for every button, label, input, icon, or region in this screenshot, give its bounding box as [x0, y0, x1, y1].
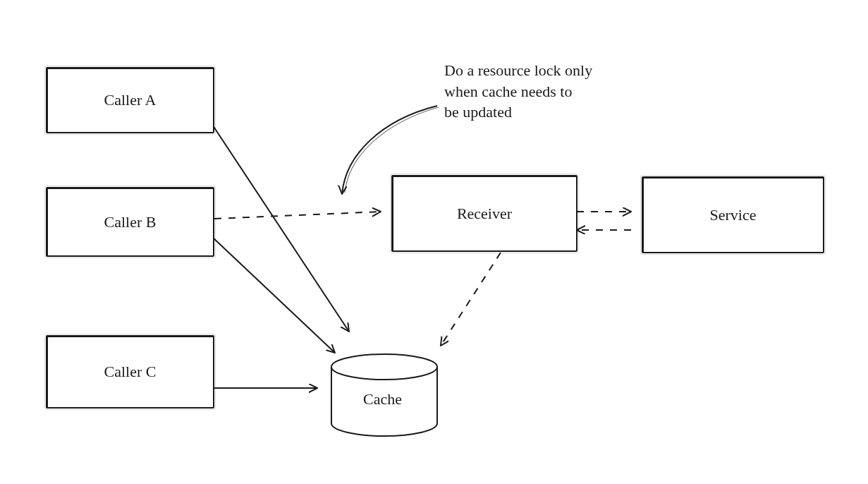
- node-caller-c: Caller C: [46, 335, 214, 409]
- node-service: Service: [642, 176, 824, 253]
- edge-caller-b-to-receiver: [214, 212, 381, 219]
- node-caller-a-label: Caller A: [104, 91, 157, 109]
- node-caller-b-label: Caller B: [104, 213, 157, 231]
- edge-caller-b-to-cache: [212, 236, 335, 353]
- annotation-resource-lock: Do a resource lock only when cache needs…: [444, 60, 592, 123]
- node-receiver-label: Receiver: [457, 205, 512, 223]
- node-caller-c-label: Caller C: [104, 363, 157, 381]
- node-caller-a: Caller A: [46, 67, 214, 133]
- diagram-canvas: Caller A Caller B Caller C Receiver Serv…: [0, 0, 868, 484]
- node-cache-label: Cache: [363, 390, 402, 409]
- svg-point-0: [331, 354, 437, 380]
- node-receiver: Receiver: [391, 175, 577, 252]
- node-caller-b: Caller B: [46, 187, 214, 257]
- node-service-label: Service: [710, 206, 757, 224]
- edge-receiver-to-cache: [441, 253, 501, 346]
